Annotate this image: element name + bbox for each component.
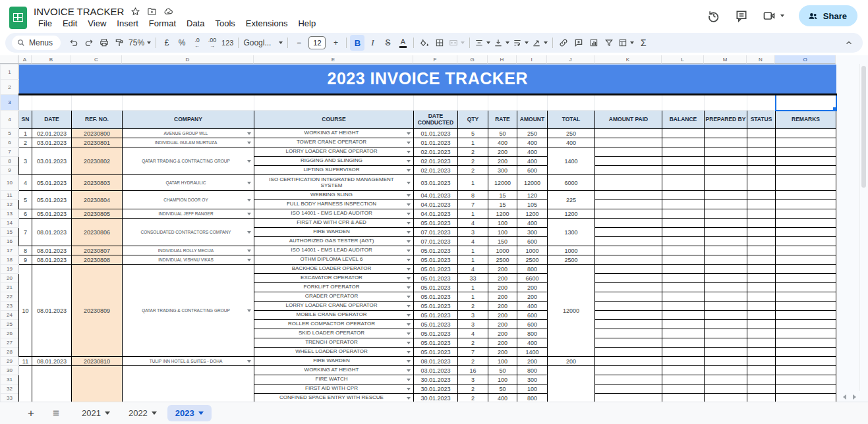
cell-prepared-by[interactable] bbox=[705, 338, 747, 348]
cell-rate[interactable]: 50 bbox=[488, 366, 517, 375]
row-header-24[interactable]: 24 bbox=[1, 311, 19, 320]
cell-qty[interactable]: 1 bbox=[458, 292, 488, 302]
cell-total[interactable]: 1200 bbox=[548, 209, 595, 219]
column-header-G[interactable]: G bbox=[457, 55, 488, 64]
cell-amount[interactable]: 200 bbox=[517, 292, 548, 302]
cell-prepared-by[interactable] bbox=[705, 138, 747, 147]
cell-amount[interactable]: 120 bbox=[517, 191, 548, 200]
dropdown-caret-icon[interactable] bbox=[407, 203, 411, 206]
cell-company[interactable]: QATAR TRADING & CONTRACTING GROUP bbox=[123, 147, 254, 175]
row-header-26[interactable]: 26 bbox=[1, 329, 19, 338]
insert-comment-button[interactable] bbox=[571, 35, 586, 51]
column-header-D[interactable]: D bbox=[122, 55, 254, 64]
cell-course[interactable]: ROLLER COMPACTOR OPERATOR bbox=[254, 320, 414, 329]
cell-balance[interactable] bbox=[662, 200, 705, 209]
cell-amount-paid[interactable] bbox=[595, 366, 662, 375]
cell-balance[interactable] bbox=[662, 320, 705, 329]
cell-date-conducted[interactable]: 05.01.2023 bbox=[414, 274, 458, 283]
cloud-status-icon[interactable] bbox=[163, 7, 173, 16]
row-header-2[interactable]: 2 bbox=[1, 80, 19, 95]
banner-title[interactable]: 2023 INVOICE TRACKER bbox=[19, 65, 836, 95]
cell-status[interactable] bbox=[747, 329, 776, 338]
dropdown-caret-icon[interactable] bbox=[407, 259, 411, 261]
cell-ref-no[interactable]: 20230809 bbox=[72, 265, 123, 357]
cell-course[interactable]: ISO 14001 - EMS LEAD AUDITOR bbox=[254, 246, 414, 255]
cell-qty[interactable]: 4 bbox=[458, 329, 488, 338]
empty-cell[interactable] bbox=[705, 95, 747, 111]
cell-total[interactable]: 250 bbox=[548, 129, 595, 138]
dropdown-caret-icon[interactable] bbox=[407, 397, 411, 400]
cell-status[interactable] bbox=[747, 191, 776, 200]
create-filter-button[interactable] bbox=[602, 35, 616, 51]
cell-amount[interactable]: 800 bbox=[517, 366, 548, 375]
empty-cell[interactable] bbox=[747, 95, 776, 111]
empty-cell[interactable] bbox=[488, 95, 517, 111]
cell-prepared-by[interactable] bbox=[705, 246, 747, 255]
sheet-tab-2022[interactable]: 2022 bbox=[121, 405, 165, 421]
cell-rate[interactable]: 100 bbox=[488, 357, 517, 366]
cell-balance[interactable] bbox=[662, 237, 705, 246]
empty-cell[interactable] bbox=[414, 95, 458, 111]
row-header-13[interactable]: 13 bbox=[1, 209, 19, 219]
dropdown-caret-icon[interactable] bbox=[247, 231, 251, 234]
cell-remarks[interactable] bbox=[776, 138, 836, 147]
cell-remarks[interactable] bbox=[776, 274, 836, 283]
dropdown-caret-icon[interactable] bbox=[407, 286, 411, 289]
dropdown-caret-icon[interactable] bbox=[247, 182, 251, 184]
cell-qty[interactable]: 16 bbox=[458, 366, 488, 375]
cell-company[interactable]: QATAR TRADING & CONTRACTING GROUP bbox=[123, 265, 254, 357]
cell-status[interactable] bbox=[747, 366, 776, 375]
column-header-N[interactable]: N bbox=[747, 55, 775, 64]
empty-cell[interactable] bbox=[517, 95, 548, 111]
cell-prepared-by[interactable] bbox=[705, 329, 747, 338]
cell-company[interactable]: INDIVIDUAL GULAM MURTUZA bbox=[123, 138, 254, 147]
cell-sn[interactable] bbox=[19, 366, 32, 402]
sheet-tab-2021[interactable]: 2021 bbox=[74, 405, 118, 421]
cell-amount[interactable]: 300 bbox=[517, 228, 548, 237]
dropdown-caret-icon[interactable] bbox=[407, 142, 411, 144]
scroll-left-icon[interactable] bbox=[843, 394, 846, 400]
cell-remarks[interactable] bbox=[776, 375, 836, 384]
cell-prepared-by[interactable] bbox=[705, 175, 747, 191]
cell-total[interactable]: 1300 bbox=[548, 219, 595, 246]
cell-prepared-by[interactable] bbox=[705, 147, 747, 157]
dropdown-caret-icon[interactable] bbox=[407, 314, 411, 317]
cell-ref-no[interactable]: 20230808 bbox=[72, 255, 123, 265]
cell-company[interactable]: CONSOLIDATED CONTRACTORS COMPANY bbox=[123, 219, 254, 246]
cell-qty[interactable]: 1 bbox=[458, 209, 488, 219]
cell-date-conducted[interactable]: 05.01.2023 bbox=[414, 311, 458, 320]
cell-remarks[interactable] bbox=[776, 265, 836, 274]
cell-company[interactable]: AVENUE GROUP WLL bbox=[123, 129, 254, 138]
row-header-20[interactable]: 20 bbox=[1, 274, 19, 283]
dropdown-caret-icon[interactable] bbox=[247, 309, 251, 312]
menu-view[interactable]: View bbox=[83, 18, 111, 29]
row-header-23[interactable]: 23 bbox=[1, 302, 19, 311]
cell-balance[interactable] bbox=[662, 394, 705, 402]
cell-amount[interactable]: 200 bbox=[517, 283, 548, 292]
cell-course[interactable]: EXCAVATOR OPERATOR bbox=[254, 274, 414, 283]
cell-date[interactable]: 05.01.2023 bbox=[32, 209, 72, 219]
cell-amount-paid[interactable] bbox=[595, 338, 662, 348]
dropdown-caret-icon[interactable] bbox=[407, 342, 411, 344]
cell-date-conducted[interactable]: 05.01.2023 bbox=[414, 302, 458, 311]
cell-amount-paid[interactable] bbox=[595, 138, 662, 147]
cell-sn[interactable]: 4 bbox=[19, 175, 32, 191]
cell-date-conducted[interactable]: 02.01.2023 bbox=[414, 157, 458, 166]
row-header-29[interactable]: 29 bbox=[1, 357, 19, 366]
text-wrap-button[interactable] bbox=[511, 35, 530, 51]
cell-qty[interactable]: 3 bbox=[458, 311, 488, 320]
cell-prepared-by[interactable] bbox=[705, 357, 747, 366]
cell-prepared-by[interactable] bbox=[705, 283, 747, 292]
cell-amount[interactable]: 6600 bbox=[517, 274, 548, 283]
menu-data[interactable]: Data bbox=[182, 18, 209, 29]
cell-course[interactable]: WORKING AT HEIGHT bbox=[254, 366, 414, 375]
decrease-decimal-button[interactable]: .0← bbox=[190, 35, 204, 51]
cell-qty[interactable]: 2 bbox=[458, 166, 488, 175]
cell-balance[interactable] bbox=[662, 357, 705, 366]
cell-rate[interactable]: 200 bbox=[488, 147, 517, 157]
cell-sn[interactable]: 7 bbox=[19, 219, 32, 246]
column-header-E[interactable]: E bbox=[254, 55, 413, 64]
currency-format-button[interactable]: £ bbox=[159, 35, 174, 51]
cell-qty[interactable]: 1 bbox=[458, 246, 488, 255]
cell-amount[interactable]: 1400 bbox=[517, 348, 548, 357]
